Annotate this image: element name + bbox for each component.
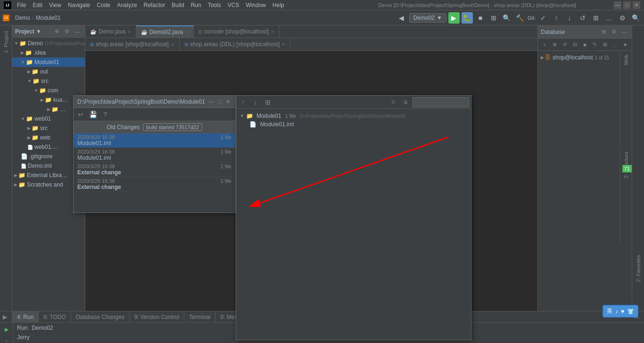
tab-console[interactable]: ⊡ console [shop@localhost] ✕ <box>194 25 280 38</box>
menu-item-edit[interactable]: Edit <box>30 1 45 9</box>
git-more-button[interactable]: … <box>603 12 615 24</box>
menu-item-navigate[interactable]: Navigate <box>65 1 93 9</box>
menu-item-vcs[interactable]: VCS <box>225 1 242 9</box>
tab-close-button[interactable]: ✕ <box>271 29 274 34</box>
tree-item-out[interactable]: ▶ 📁 out <box>12 67 85 76</box>
web-panel-toggle[interactable]: Web <box>621 51 631 69</box>
tab-demo-java[interactable]: ☕ Demo.java ✕ <box>85 25 136 38</box>
db-settings-button[interactable]: ⚙ <box>609 27 619 37</box>
menu-item-run[interactable]: Run <box>188 1 204 9</box>
tree-item-label: Scratches and <box>27 181 63 188</box>
dialog-minimize-button[interactable]: — <box>208 98 215 105</box>
run-config-selector[interactable]: Demo02 ▼ <box>409 13 446 23</box>
panel-collapse-button[interactable]: — <box>73 27 82 36</box>
git-commit-button[interactable]: ↑ <box>551 12 562 24</box>
db-collapse-button[interactable]: — <box>619 27 629 37</box>
menu-item-refactor[interactable]: Refactor <box>141 1 168 9</box>
menu-item-analyze[interactable]: Analyze <box>114 1 140 9</box>
tree-item-src[interactable]: ▼ 📁 src <box>12 76 85 86</box>
menu-item-tools[interactable]: Tools <box>205 1 224 9</box>
coverage-button[interactable]: ⊞ <box>488 12 499 24</box>
tree-view-button[interactable]: ⊞ <box>263 97 273 107</box>
db-stop-button[interactable]: ■ <box>580 40 589 49</box>
db-refresh-button[interactable]: ↺ <box>560 40 569 49</box>
filter-button[interactable]: ≡ <box>400 97 411 107</box>
old-changes-dialog: D:\Project\IdeaProject\SpringBoot\Demo\M… <box>73 95 236 213</box>
git-check-button[interactable]: ✓ <box>537 12 549 24</box>
align-button[interactable]: = <box>388 97 398 107</box>
breadcrumb-module[interactable]: Module01 <box>36 15 61 21</box>
close-button[interactable]: ✕ <box>633 1 640 9</box>
settings-button[interactable]: ⚙ <box>617 12 628 24</box>
run-play-button[interactable]: ▶ <box>2 325 11 334</box>
menu-item-view[interactable]: View <box>46 1 64 9</box>
dialog-help-button[interactable]: ? <box>100 109 110 120</box>
run-tab-toggle[interactable]: ▶ <box>0 311 12 323</box>
tab-todo[interactable]: 6: TODO <box>39 311 71 323</box>
db-schema-button[interactable]: ⊞ <box>601 40 610 49</box>
back-button[interactable]: ◀ <box>396 12 407 24</box>
db-connection-item[interactable]: ▶ 🗄 shop@localhost 1 of 15 <box>541 53 629 62</box>
menu-item-help[interactable]: Help <box>270 1 287 9</box>
minimize-button[interactable]: — <box>614 1 621 9</box>
tree-item-label: com <box>48 87 58 94</box>
menu-item-code[interactable]: Code <box>94 1 113 9</box>
db-filter-button[interactable]: ⊟ <box>570 40 579 49</box>
change-item-3[interactable]: 2020/3/29 16:38 1 file External change <box>74 177 235 192</box>
breadcrumb-demo[interactable]: Demo <box>15 15 30 21</box>
maximize-button[interactable]: □ <box>623 1 631 9</box>
favorites-panel-toggle[interactable]: 2: Favorites <box>634 251 643 286</box>
tab-close-button[interactable]: ✕ <box>281 42 285 47</box>
git-update-button[interactable]: ↓ <box>564 12 575 24</box>
stop-button[interactable]: ■ <box>475 12 486 24</box>
change-item-0[interactable]: 2020/3/29 16:38 1 file Module01.iml <box>74 133 235 148</box>
menu-item-file[interactable]: File <box>14 1 29 9</box>
tree-item-label: … <box>60 106 66 113</box>
tree-item-demo[interactable]: ▼ 📁 Demo D:\Project\IdeaProject\SpringBo… <box>12 39 85 48</box>
tree-item-idea[interactable]: ▶ 📁 .idea <box>12 48 85 57</box>
file-icon: 📄 <box>21 153 28 160</box>
git-revert-button[interactable]: ↺ <box>577 12 588 24</box>
menu-item-build[interactable]: Build <box>169 1 187 9</box>
db-expand-button[interactable]: ⊞ <box>599 27 608 37</box>
tab-demo02-java[interactable]: ☕ Demo02.java ✕ <box>136 25 194 38</box>
build-button[interactable]: 🔨 <box>514 12 526 24</box>
debug-button[interactable]: 🐛 <box>462 12 473 24</box>
db-add-button[interactable]: + <box>540 40 549 49</box>
tab-label: console [shop@localhost] <box>204 28 269 35</box>
tab-shop-areas[interactable]: ⊞ shop.areas [shop@localhost] ✕ <box>85 38 180 50</box>
run-button[interactable]: ▶ <box>448 12 460 24</box>
dialog-save-button[interactable]: 💾 <box>88 109 98 120</box>
change-item-1[interactable]: 2020/3/29 16:38 1 file Module01.iml <box>74 148 235 163</box>
ime-icon-2: ♥ <box>621 308 624 315</box>
git-branches-button[interactable]: ⊞ <box>590 12 602 24</box>
root-dir-item[interactable]: ▼ 📁 Module01 1 file D:\Project\IdeaProje… <box>240 113 467 119</box>
menu-item-window[interactable]: Window <box>243 1 269 9</box>
tab-close-button[interactable]: ✕ <box>185 30 189 35</box>
dialog-undo-button[interactable]: ↩ <box>75 109 86 120</box>
scroll-up-button[interactable]: ↑ <box>2 336 11 343</box>
dialog-maximize-button[interactable]: □ <box>216 98 223 105</box>
tree-item-module01[interactable]: ▼ 📁 Module01 <box>12 57 85 67</box>
search-everywhere-button[interactable]: 🔍 <box>630 12 641 24</box>
change-item-2[interactable]: 2020/3/29 16:38 1 file External change <box>74 163 235 177</box>
tab-run[interactable]: 4: Run <box>12 311 39 323</box>
panel-add-button[interactable]: ⊕ <box>52 27 61 36</box>
db-more-button[interactable]: … <box>611 40 619 49</box>
tab-shop-areas-ddl[interactable]: ⊞ shop.areas (DDL) [shop@localhost] ✕ <box>180 38 290 50</box>
tree-item-com[interactable]: ▼ 📁 com <box>12 86 85 95</box>
dialog-close-button[interactable]: ✕ <box>225 98 231 105</box>
file-item-iml[interactable]: 📄 Module01.iml <box>240 121 467 128</box>
tab-close-button[interactable]: ✕ <box>127 29 131 34</box>
db-header-actions: ⊞ ⚙ — <box>599 27 629 37</box>
profile-button[interactable]: 🔍 <box>501 12 512 24</box>
search-input[interactable] <box>413 97 469 107</box>
panel-settings-button[interactable]: ⚙ <box>62 27 72 36</box>
db-dropdown-button[interactable]: ▼ <box>621 40 630 49</box>
navigate-down-button[interactable]: ↓ <box>250 97 261 107</box>
project-panel-toggle[interactable]: 1: Project <box>1 27 11 57</box>
tab-close-button[interactable]: ✕ <box>171 42 174 47</box>
db-copy-button[interactable]: ⊕ <box>550 40 559 49</box>
db-edit-button[interactable]: ✎ <box>590 40 599 49</box>
navigate-up-button[interactable]: ↑ <box>238 97 248 107</box>
